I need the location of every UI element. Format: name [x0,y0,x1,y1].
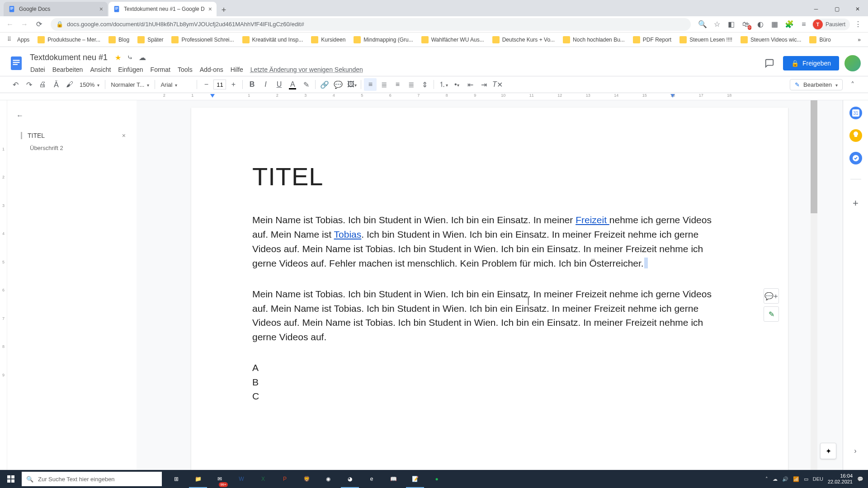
url-field[interactable]: 🔒 docs.google.com/document/d/1hUH8k6h7Lb… [51,18,691,31]
bookmark-item[interactable]: Büro [806,34,834,45]
volume-icon[interactable]: 🔊 [782,476,788,482]
tasks-app-icon[interactable] [849,152,862,164]
taskbar-search[interactable]: 🔍 Zur Suche Text hier eingeben [22,472,162,486]
brave-icon[interactable]: 🦁 [296,470,317,488]
undo-button[interactable]: ↶ [9,78,22,91]
line-spacing-button[interactable]: ⇕ [418,78,431,91]
tray-overflow-icon[interactable]: ˄ [765,476,768,482]
paragraph-2[interactable]: Mein Name ist Tobias. Ich bin Student in… [252,287,727,345]
zoom-select[interactable]: 150% [77,80,102,90]
notepad-icon[interactable]: 📝 [404,470,426,488]
menu-addons[interactable]: Add-ons [197,64,226,75]
outline-heading-1[interactable]: TITEL × [16,129,130,142]
hide-side-panel-button[interactable]: › [847,443,863,459]
heading-title[interactable]: TITEL [252,162,727,191]
forward-button[interactable]: → [18,18,31,31]
back-button[interactable]: ← [4,18,16,31]
bookmark-item[interactable]: Steuern Lesen !!!! [676,34,736,45]
print-button[interactable]: 🖨 [36,78,49,91]
explore-button[interactable]: ✦ [820,443,836,459]
decrease-indent-button[interactable]: ⇤ [464,78,476,91]
move-icon[interactable]: ⤷ [126,53,134,61]
apps-shortcut[interactable]: ⠿Apps [4,34,33,45]
suggest-edit-button[interactable]: ✎ [764,306,779,322]
menu-file[interactable]: Datei [27,64,48,75]
task-view-icon[interactable]: ⊞ [165,470,187,488]
obs-icon[interactable]: ◉ [317,470,339,488]
link-tobias[interactable]: Tobias [334,229,362,239]
increase-indent-button[interactable]: ⇥ [477,78,490,91]
add-comment-button[interactable]: 💬+ [764,288,779,304]
vertical-scrollbar[interactable] [811,100,817,488]
paragraph-1[interactable]: Mein Name ist Tobias. Ich bin Student in… [252,213,727,271]
horizontal-ruler[interactable]: 2 1 1 2 3 4 5 6 7 8 9 10 11 12 13 14 15 … [0,93,868,100]
add-addon-button[interactable]: + [853,197,859,209]
bookmark-item[interactable]: Produktsuche – Mer... [34,34,104,45]
collapse-toolbar-button[interactable]: ˄ [846,78,859,91]
taskbar-clock[interactable]: 16:04 22.02.2021 [828,473,853,485]
increase-font-button[interactable]: + [227,78,240,91]
document-title[interactable]: Textdokument neu #1 [27,52,110,63]
network-icon[interactable]: 📶 [793,476,799,482]
menu-help[interactable]: Hilfe [227,64,246,75]
font-family-select[interactable]: Arial [158,80,194,90]
profile-button[interactable]: T Pausiert [812,19,850,30]
reading-list-icon[interactable]: ≡ [797,18,810,31]
decrease-font-button[interactable]: − [200,78,212,91]
italic-button[interactable]: I [259,78,272,91]
bold-button[interactable]: B [245,78,258,91]
insert-link-button[interactable]: 🔗 [318,78,331,91]
edge-icon[interactable]: e [361,470,382,488]
share-button[interactable]: 🔒 Freigeben [783,56,839,70]
clear-formatting-button[interactable]: T✕ [491,78,504,91]
bookmark-item[interactable]: PDF Report [629,34,675,45]
extension-icon-1[interactable]: ◧ [725,18,738,31]
comment-history-icon[interactable] [761,55,778,71]
calendar-app-icon[interactable]: 31 [849,107,862,119]
insert-comment-button[interactable]: 💬 [332,78,344,91]
font-size-input[interactable] [213,80,226,89]
powerpoint-icon[interactable]: P [274,470,296,488]
bulleted-list-button[interactable]: • [450,78,463,91]
link-freizeit[interactable]: Freizeit [576,215,609,225]
user-avatar[interactable] [844,55,861,71]
minimize-button[interactable]: ─ [806,2,826,16]
reader-icon[interactable]: 📖 [382,470,404,488]
insert-image-button[interactable]: 🖼 [345,78,358,91]
bookmark-item[interactable]: Später [134,34,167,45]
vertical-ruler[interactable]: 1 2 3 4 5 6 7 8 9 [0,100,7,488]
align-left-button[interactable]: ≡ [364,78,377,91]
last-change-link[interactable]: Letzte Änderung vor wenigen Sekunden [247,64,366,75]
align-right-button[interactable]: ≡ [391,78,404,91]
menu-edit[interactable]: Bearbeiten [49,64,86,75]
cloud-status-icon[interactable]: ☁ [138,53,146,61]
language-indicator[interactable]: DEU [813,476,823,482]
bookmark-item[interactable]: Noch hochladen Bu... [559,34,628,45]
list-item-a[interactable]: A [252,361,727,375]
align-justify-button[interactable]: ≣ [405,78,417,91]
word-icon[interactable]: W [231,470,252,488]
star-icon[interactable]: ★ [115,53,121,62]
excel-icon[interactable]: X [252,470,274,488]
chrome-icon[interactable]: ◕ [339,470,361,488]
bookmark-item[interactable]: Steuern Videos wic... [737,34,805,45]
underline-button[interactable]: U [273,78,285,91]
zoom-indicator-icon[interactable]: 🔍 [696,18,709,31]
paragraph-style-select[interactable]: Normaler T... [108,80,152,90]
bookmark-item[interactable]: Deutsche Kurs + Vo... [489,34,558,45]
reload-button[interactable]: ⟳ [33,18,45,31]
outline-heading-2[interactable]: Überschrift 2 [16,142,130,154]
file-explorer-icon[interactable]: 📁 [187,470,209,488]
text-color-button[interactable]: A [286,78,299,91]
extension-icon-4[interactable]: ▦ [769,18,781,31]
spellcheck-button[interactable]: Ǎ [50,78,62,91]
extension-icon-2[interactable]: 🛍0 [740,18,752,31]
document-page[interactable]: TITEL Mein Name ist Tobias. Ich bin Stud… [191,108,788,488]
bookmark-item[interactable]: Kursideen [307,34,349,45]
browser-tab-1[interactable]: Google Docs × [4,2,108,16]
editing-mode-select[interactable]: ✎ Bearbeiten [790,79,843,90]
bookmark-star-icon[interactable]: ☆ [711,18,723,31]
onedrive-icon[interactable]: ☁ [773,476,778,482]
close-window-button[interactable]: ✕ [847,2,868,16]
spotify-icon[interactable]: ● [426,470,448,488]
